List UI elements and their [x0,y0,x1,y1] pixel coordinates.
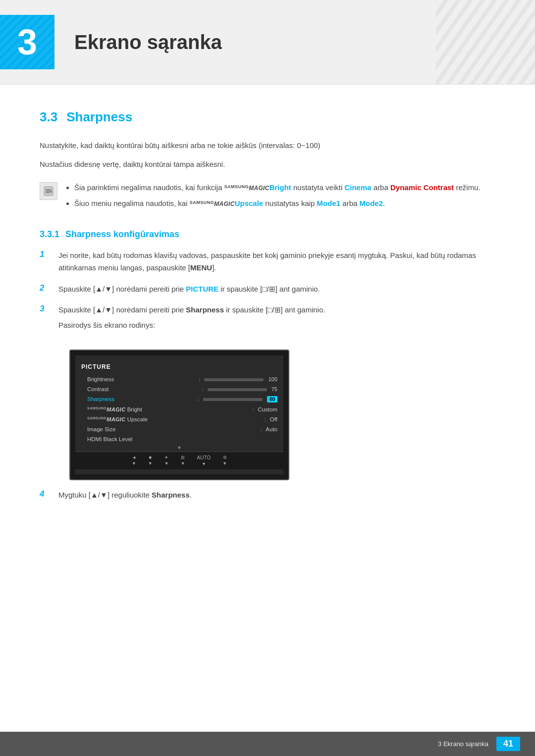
section-heading: 3.3 Sharpness [40,109,495,125]
footer-text: 3 Ekrano sąranka [438,740,488,748]
step-number-1: 1 [40,250,51,259]
footer-icon-minus: ■ ▼ [148,455,153,466]
step-4: 4 Mygtuku [▲/▼] reguliuokite Sharpness. [40,489,495,502]
footer-icon-enter: ⊞ ▼ [181,455,185,466]
description-2: Nustačius didesnę vertę, daiktų kontūrai… [40,158,495,170]
steps-list: 1 Jei norite, kad būtų rodomas klavišų v… [40,250,495,332]
subsection-title: Sharpness konfigūravimas [65,229,179,240]
screen-title: PICTURE [75,361,283,374]
step-text-3: Spauskite [▲/▼] norėdami pereiti prie Sh… [58,304,325,332]
menu-item-hdmi-black: HDMI Black Level [75,434,283,444]
note-box: Šia parinktimi negalima naudotis, kai fu… [40,181,495,212]
footer-icon-plus: ✦ ▼ [164,455,169,466]
monitor-screen: PICTURE Brightness : 100 Contrast : [75,355,283,474]
footer-icon-auto: AUTO ▼ [197,455,211,466]
step-2: 2 Spauskite [▲/▼] norėdami pereiti prie … [40,283,495,296]
step-1: 1 Jei norite, kad būtų rodomas klavišų v… [40,250,495,274]
step-text-4: Mygtuku [▲/▼] reguliuokite Sharpness. [58,489,192,502]
page-footer: 3 Ekrano sąranka 41 [0,732,535,756]
subsection-number: 3.3.1 [40,229,59,240]
step-text-2: Spauskite [▲/▼] norėdami pereiti prie PI… [58,283,320,296]
stripe-decoration [436,0,535,84]
menu-item-sharpness: Sharpness : 60 [75,394,283,404]
step-number-2: 2 [40,283,51,293]
subsection-heading: 3.3.1 Sharpness konfigūravimas [40,229,495,240]
note-item-1: Šia parinktimi negalima naudotis, kai fu… [74,181,481,194]
note-item-2: Šiuo meniu negalima naudotis, kai SAMSUN… [74,197,481,210]
menu-item-image-size: Image Size : Auto [75,424,283,434]
chapter-number: 3 [0,15,54,69]
section-title: Sharpness [66,109,132,125]
page-number: 41 [496,737,520,751]
description-1: Nustatykite, kad daiktų kontūrai būtų ai… [40,140,495,151]
note-bullets: Šia parinktimi negalima naudotis, kai fu… [65,181,481,212]
menu-item-magic-bright: SAMSUNGMAGIC Bright : Custom [75,404,283,414]
menu-item-brightness: Brightness : 100 [75,374,283,384]
monitor-wrap: PICTURE Brightness : 100 Contrast : [69,350,289,480]
menu-item-contrast: Contrast : 75 [75,384,283,394]
step-number-4: 4 [40,489,51,499]
monitor-screenshot: PICTURE Brightness : 100 Contrast : [69,350,289,480]
chapter-header: 3 Ekrano sąranka [0,0,535,85]
note-icon [40,182,57,200]
step-text-1: Jei norite, kad būtų rodomas klavišų vad… [58,250,495,274]
chapter-title: Ekrano sąranka [74,31,222,53]
footer-icon-settings: ⚙ ▼ [222,455,227,466]
pencil-icon [43,186,54,197]
section-number: 3.3 [40,109,57,125]
step-3: 3 Spauskite [▲/▼] norėdami pereiti prie … [40,304,495,332]
menu-item-magic-upscale: SAMSUNGMAGIC Upscale : Off [75,414,283,424]
monitor-footer: ◄ ▼ ■ ▼ ✦ ▼ ⊞ ▼ [75,452,283,469]
step-number-3: 3 [40,304,51,314]
main-content: 3.3 Sharpness Nustatykite, kad daiktų ko… [0,85,535,535]
footer-icon-left: ◄ ▼ [132,455,136,466]
